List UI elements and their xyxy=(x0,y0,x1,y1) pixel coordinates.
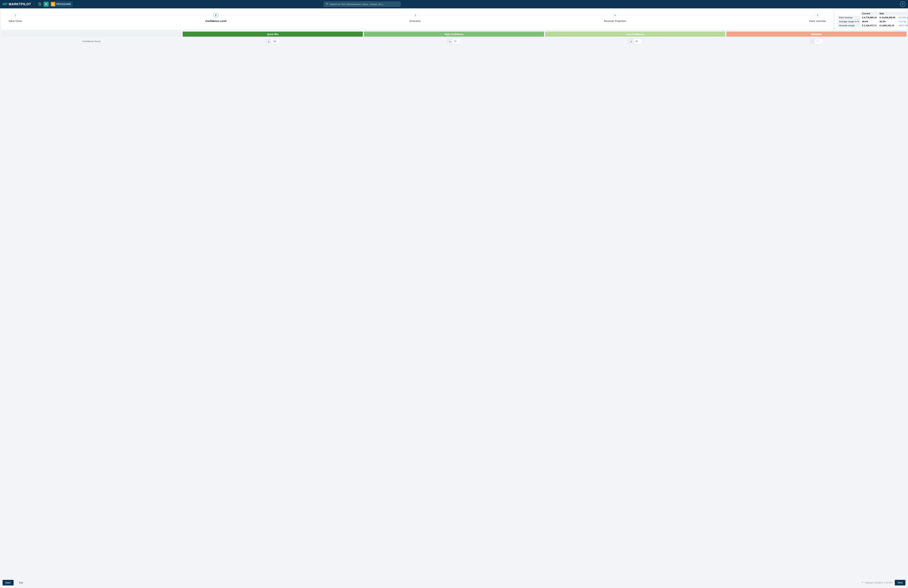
step-label: Parts overview xyxy=(809,19,826,22)
score-operator: ≥ xyxy=(628,39,634,44)
summary-header-current: Current xyxy=(861,11,878,16)
score-cell-quick: ≥ xyxy=(183,39,363,44)
step-number: 4 xyxy=(612,13,617,18)
next-button[interactable]: Next xyxy=(895,580,905,585)
autosave-text: Autosave 10/16/23, 3:24 PM xyxy=(865,582,892,584)
score-input-high[interactable] xyxy=(452,39,461,44)
band-header: Validation xyxy=(726,32,906,37)
step-number: 3 xyxy=(412,13,418,18)
step-label: Value Driver xyxy=(8,19,22,22)
summary-cell-diff: +$347,088.44 xyxy=(897,24,908,27)
score-input-validation xyxy=(815,39,823,44)
score-input-low[interactable] xyxy=(634,39,642,44)
search-icon xyxy=(326,3,328,6)
score-input-wrap: ≥ xyxy=(628,39,642,44)
summary-cell-current: $ 9,778,885.19 xyxy=(861,16,878,19)
nav-icons: R G PRICEGUIDE xyxy=(37,1,73,7)
step-label: Execution xyxy=(409,19,420,22)
summary-row-label: Average margin in % xyxy=(837,19,861,24)
step-parts-overview[interactable]: 5 Parts overview xyxy=(809,13,826,22)
summary-cell-new: $ 10,839,258.55 xyxy=(878,16,897,19)
step-number: 2 xyxy=(213,13,219,18)
footer: Back Exit Autosave 10/16/23, 3:24 PM Nex… xyxy=(0,578,908,588)
brand-logo: MP xyxy=(3,2,8,6)
analytics-icon[interactable] xyxy=(37,2,42,7)
score-operator: ≥ xyxy=(266,39,271,44)
band-high-confidence: High Confidence xyxy=(364,32,544,37)
summary-cell-diff: +$1,060,374.36 xyxy=(897,16,908,19)
summary-row: Average margin in % 49.6% 50.2% +0.6 %p xyxy=(837,19,908,24)
score-operator: ≥ xyxy=(447,39,452,44)
summary-cell-current: $ 2,316,073.71 xyxy=(861,24,878,27)
score-label-cell: Confidence Score xyxy=(2,39,182,44)
priceguide-pill[interactable]: G PRICEGUIDE xyxy=(50,1,73,7)
summary-table: Current New Parts revenue $ 9,778,885.19… xyxy=(837,11,908,27)
confidence-score-row: Confidence Score ≥ ≥ ≥ < xyxy=(0,37,908,44)
score-cell-low: ≥ xyxy=(545,39,725,44)
score-cell-high: ≥ xyxy=(364,39,544,44)
score-input-wrap: ≥ xyxy=(447,39,461,44)
summary-row-label: Absolute margin xyxy=(837,24,861,27)
check-icon xyxy=(861,581,864,584)
exit-button[interactable]: Exit xyxy=(16,580,26,585)
step-label: Confidence Level xyxy=(205,19,227,22)
summary-cell-current: 49.6% xyxy=(861,19,878,24)
step-number: 5 xyxy=(815,13,820,18)
band-header: Quick Win xyxy=(183,32,363,37)
band-validation: Validation xyxy=(726,32,906,37)
band-quick-win: Quick Win xyxy=(183,32,363,37)
content-row: 1 Value Driver 2 Confidence Level 3 Exec… xyxy=(0,8,908,30)
summary-cell-new: $ 2,663,162.15 xyxy=(878,24,897,27)
score-cell-validation: < xyxy=(726,39,906,44)
step-confidence-level[interactable]: 2 Confidence Level xyxy=(205,13,227,22)
band-low-confidence: Low Confidence xyxy=(545,32,725,37)
confidence-score-label: Confidence Score xyxy=(82,40,101,43)
confidence-band-row: Quick Win High Confidence Low Confidence… xyxy=(0,30,908,37)
score-operator: < xyxy=(810,39,815,44)
search-wrap xyxy=(324,2,401,7)
svg-point-1 xyxy=(902,3,903,4)
r-badge-icon[interactable]: R xyxy=(43,2,49,7)
search-input[interactable] xyxy=(324,2,401,7)
summary-cell-new: 50.2% xyxy=(878,19,897,24)
step-revenue-projection[interactable]: 4 Revenue Projection xyxy=(604,13,626,22)
back-button[interactable]: Back xyxy=(3,580,14,585)
band-header: High Confidence xyxy=(364,32,544,37)
stepper-panel: 1 Value Driver 2 Confidence Level 3 Exec… xyxy=(1,10,833,30)
brand[interactable]: MP MARKTPILOT xyxy=(3,2,31,6)
avatar-button[interactable] xyxy=(900,2,905,7)
brand-name: MARKTPILOT xyxy=(9,2,31,6)
band-label-cell xyxy=(2,32,182,37)
summary-panel: Current New Parts revenue $ 9,778,885.19… xyxy=(835,10,907,30)
score-input-wrap: ≥ xyxy=(266,39,280,44)
summary-row-label: Parts revenue xyxy=(837,16,861,19)
summary-row: Absolute margin $ 2,316,073.71 $ 2,663,1… xyxy=(837,24,908,27)
top-nav: MP MARKTPILOT R G PRICEGUIDE xyxy=(0,0,908,8)
band-header: Low Confidence xyxy=(545,32,725,37)
step-value-driver[interactable]: 1 Value Driver xyxy=(8,13,22,22)
stepper: 1 Value Driver 2 Confidence Level 3 Exec… xyxy=(8,13,826,22)
autosave-status: Autosave 10/16/23, 3:24 PM xyxy=(861,581,892,584)
band-header-blank xyxy=(2,32,182,37)
step-number: 1 xyxy=(13,13,18,18)
score-input-wrap: < xyxy=(810,39,823,44)
step-execution[interactable]: 3 Execution xyxy=(409,13,420,22)
summary-cell-diff: +0.6 %p xyxy=(897,19,908,24)
summary-header-new: New xyxy=(878,11,897,16)
priceguide-label: PRICEGUIDE xyxy=(56,3,71,5)
step-label: Revenue Projection xyxy=(604,19,626,22)
score-input-quick[interactable] xyxy=(271,39,280,44)
priceguide-badge-icon: G xyxy=(51,2,55,6)
summary-row: Parts revenue $ 9,778,885.19 $ 10,839,25… xyxy=(837,16,908,19)
